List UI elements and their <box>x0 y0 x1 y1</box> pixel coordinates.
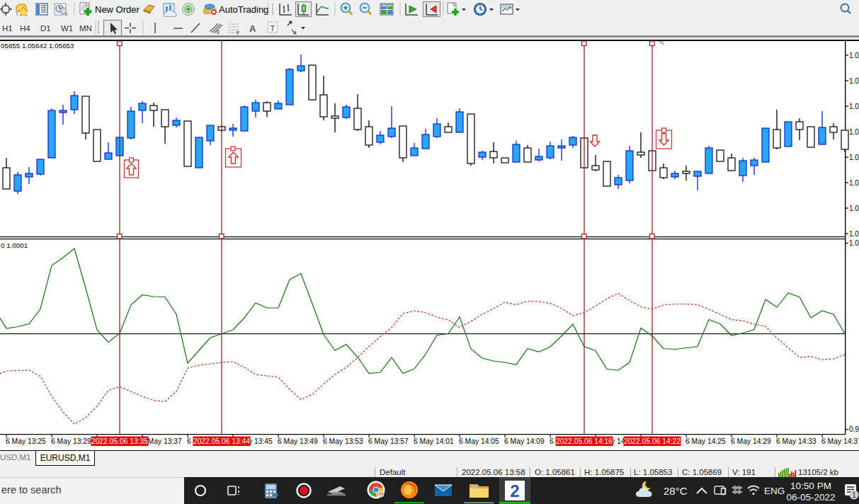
svg-text:6 May 13:25: 6 May 13:25 <box>6 437 46 445</box>
svg-text:28°C: 28°C <box>664 485 688 497</box>
svg-text:MN: MN <box>79 24 92 33</box>
svg-text:0 1.0001: 0 1.0001 <box>1 241 28 249</box>
svg-text:6 May 13:57: 6 May 13:57 <box>368 437 409 445</box>
svg-text:1.05: 1.05 <box>849 179 859 187</box>
svg-text:W1: W1 <box>61 24 73 33</box>
svg-text:2: 2 <box>510 481 519 500</box>
svg-text:ENG: ENG <box>764 486 785 496</box>
svg-text:10:50 PM: 10:50 PM <box>790 481 831 491</box>
svg-text:1.05: 1.05 <box>849 128 859 136</box>
svg-text:1.05: 1.05 <box>849 52 859 59</box>
svg-text:1.05: 1.05 <box>849 205 859 212</box>
svg-text:E: E <box>217 30 220 35</box>
svg-text:New Order: New Order <box>95 4 140 15</box>
svg-text:6 May 13:29: 6 May 13:29 <box>51 437 91 445</box>
svg-text:D1: D1 <box>40 24 51 33</box>
svg-text:H4: H4 <box>20 24 30 33</box>
svg-text:H1: H1 <box>2 24 13 33</box>
svg-text:AutoTrading: AutoTrading <box>219 4 268 15</box>
svg-text:2022.05.06 13:44: 2022.05.06 13:44 <box>193 437 250 445</box>
svg-text:1.0000: 1.0000 <box>849 239 859 247</box>
svg-text:6 May 14:05: 6 May 14:05 <box>459 437 499 445</box>
svg-text:0.9950: 0.9950 <box>849 425 859 433</box>
svg-text:A: A <box>249 23 256 34</box>
svg-text:2022.05.06 14:22: 2022.05.06 14:22 <box>624 437 681 445</box>
svg-text:6 May 13:53: 6 May 13:53 <box>323 437 363 445</box>
svg-text:6 May 14:29: 6 May 14:29 <box>731 437 771 445</box>
svg-text:1.05: 1.05 <box>849 103 859 110</box>
svg-text:F: F <box>237 30 239 35</box>
svg-text:6 May 14:25: 6 May 14:25 <box>686 437 726 445</box>
svg-text:2022.05.06 14:16: 2022.05.06 14:16 <box>556 437 613 445</box>
svg-text:T: T <box>271 24 275 33</box>
svg-text:6 May 14:09: 6 May 14:09 <box>504 437 545 445</box>
svg-text:1.05: 1.05 <box>849 77 859 85</box>
svg-text:6 May 14:37: 6 May 14:37 <box>821 437 859 445</box>
svg-text:2022.05.06 13:35: 2022.05.06 13:35 <box>91 437 148 445</box>
svg-text:1.05: 1.05 <box>849 154 859 161</box>
svg-text:06-05-2022: 06-05-2022 <box>786 492 835 503</box>
svg-text:6 May 13:49: 6 May 13:49 <box>278 437 318 445</box>
svg-text:1.05: 1.05 <box>849 230 859 238</box>
svg-text:6 May 14:01: 6 May 14:01 <box>414 437 454 445</box>
svg-text:05655 1.05642 1.05653: 05655 1.05642 1.05653 <box>1 42 74 50</box>
svg-text:6 May 14:33: 6 May 14:33 <box>776 437 817 445</box>
svg-text:1: 1 <box>852 491 856 499</box>
